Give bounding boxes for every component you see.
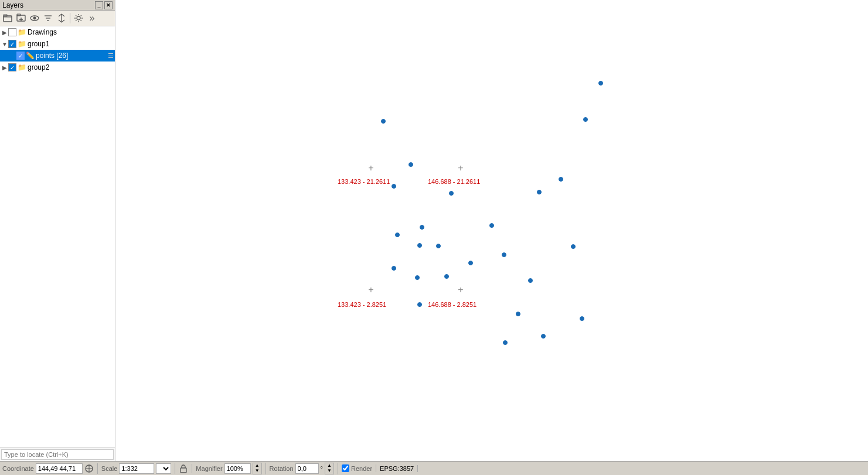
scale-label: Scale [101,465,118,472]
map-point-8 [420,225,424,230]
settings-button[interactable] [72,12,85,25]
map-point-7 [489,223,494,228]
toolbar-separator [70,13,70,23]
visibility-button[interactable] [28,12,41,25]
layers-title: Layers [2,1,23,9]
scale-select[interactable] [156,463,171,474]
crosshair-3: + [458,285,463,295]
rotation-input[interactable] [295,463,319,474]
layers-titlebar: Layers _ ✕ [0,0,115,11]
map-label-0: 133.423 - 21.2611 [338,178,390,185]
map-point-2 [381,119,386,124]
map-point-18 [528,278,533,283]
label-group2: group2 [28,63,49,71]
render-section: Render [342,464,376,472]
checkbox-group1[interactable]: ✓ [8,40,16,48]
rotation-spinner[interactable]: ▲ ▼ [325,463,334,474]
epsg-value: EPSG:3857 [380,465,414,472]
coordinate-label: Coordinate [2,465,34,472]
minimize-button[interactable]: _ [95,1,103,9]
map-canvas[interactable]: ++++133.423 - 21.2611146.688 - 21.261113… [115,0,868,461]
map-point-1 [583,117,588,122]
lock-icon [179,464,188,473]
map-point-19 [417,302,422,307]
magnifier-down[interactable]: ▼ [253,469,261,474]
layers-search [0,447,115,461]
map-label-3: 146.688 - 2.8251 [428,301,476,308]
lock-icon-points26: ☰ [108,52,114,60]
map-point-13 [571,244,576,249]
folder-icon-group1: 📁 [18,40,26,48]
layer-icon-points26: ✏️ [26,52,35,60]
map-label-2: 133.423 - 2.8251 [338,301,386,308]
map-point-10 [417,243,422,248]
more-button[interactable]: » [86,12,98,25]
close-button[interactable]: ✕ [104,1,113,9]
rotation-unit: ° [321,465,323,472]
label-drawings: Drawings [28,28,57,36]
tree-item-group1[interactable]: ▼ ✓ 📁 group1 [0,38,115,50]
open-layer-button[interactable] [1,12,14,25]
checkbox-points26[interactable]: ✓ [16,52,25,60]
checkbox-drawings[interactable] [8,28,16,36]
layers-tree: ▶ 📁 Drawings ▼ ✓ 📁 group1 ✓ ✏️ points [2… [0,26,115,447]
sort-button[interactable] [55,12,68,25]
layers-panel: Layers _ ✕ [0,0,115,461]
rotation-label: Rotation [270,465,294,472]
magnifier-input[interactable] [224,463,251,474]
new-group-button[interactable] [15,12,28,25]
svg-point-7 [33,17,36,20]
scale-input[interactable] [119,463,154,474]
coordinate-input[interactable] [36,463,83,474]
expand-group2[interactable]: ▶ [1,64,8,71]
coordinate-icon [84,464,94,473]
map-point-22 [541,334,546,339]
rotation-section: Rotation ° ▲ ▼ [270,463,338,474]
crosshair-2: + [368,285,373,295]
render-label: Render [351,465,372,472]
map-point-23 [503,340,508,345]
tree-item-points26[interactable]: ✓ ✏️ points [26] ☰ [0,50,115,61]
folder-icon-group2: 📁 [18,63,26,71]
svg-rect-16 [181,468,186,473]
magnifier-section: Magnifier ▲ ▼ [196,463,265,474]
map-label-1: 146.688 - 21.2611 [428,178,480,185]
map-point-21 [580,316,584,321]
expand-drawings[interactable]: ▶ [1,29,8,36]
magnifier-spinner[interactable]: ▲ ▼ [253,463,262,474]
map-point-20 [516,312,520,316]
expand-group1[interactable]: ▼ [1,40,8,47]
coordinate-section: Coordinate [2,463,98,474]
map-point-12 [502,252,506,257]
scale-section: Scale [101,463,176,474]
map-point-6 [559,177,563,182]
map-point-5 [537,190,542,194]
label-points26: points [26] [36,52,68,60]
folder-icon-drawings: 📁 [18,28,26,36]
magnifier-label: Magnifier [196,465,222,472]
status-bar: Coordinate Scale Magnifier ▲ ▼ Rotation … [0,461,868,475]
tree-item-group2[interactable]: ▶ ✓ 📁 group2 [0,61,115,73]
map-point-15 [392,266,396,271]
lock-section [179,464,192,473]
crosshair-1: + [458,163,463,173]
tree-item-drawings[interactable]: ▶ 📁 Drawings [0,26,115,38]
epsg-section: EPSG:3857 [380,465,418,472]
filter-button[interactable] [42,12,55,25]
map-point-3 [409,162,413,167]
map-point-16 [415,275,420,280]
render-checkbox[interactable] [342,464,349,472]
titlebar-buttons: _ ✕ [95,1,113,9]
rotation-down[interactable]: ▼ [325,469,333,474]
map-point-11 [436,244,441,248]
expand-points26 [9,52,16,59]
layers-toolbar: » [0,11,115,26]
map-point-17 [444,274,449,279]
label-group1: group1 [28,40,49,48]
map-point-0 [598,81,603,86]
map-point-14 [468,261,473,265]
search-input[interactable] [1,449,114,460]
checkbox-group2[interactable]: ✓ [8,63,16,71]
svg-point-12 [77,16,80,20]
map-point-24 [392,184,396,189]
